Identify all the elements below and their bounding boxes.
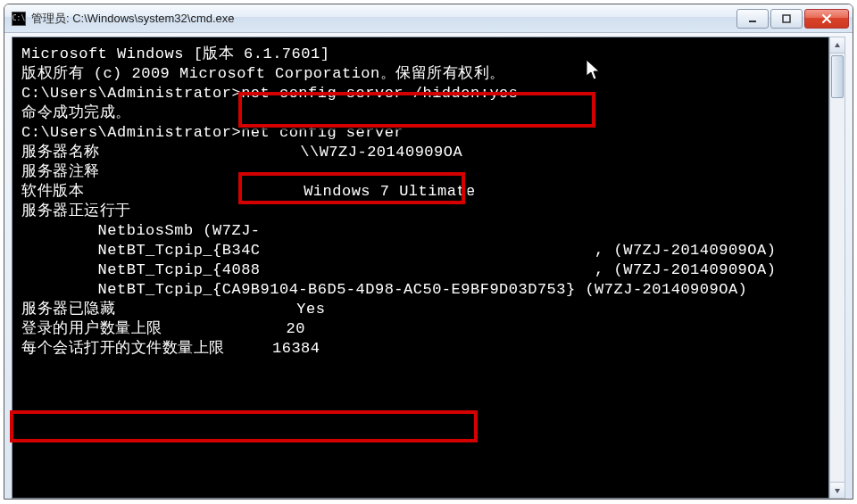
window-controls: [735, 9, 849, 29]
titlebar[interactable]: C:\ 管理员: C:\Windows\system32\cmd.exe: [4, 4, 853, 33]
console-text: 命令成功完成。: [21, 103, 820, 123]
console-text: 软件版本 Windows 7 Ultimate: [21, 182, 820, 202]
console-text: 服务器正运行于: [21, 202, 820, 221]
console-text: 版权所有 (c) 2009 Microsoft Corporation。保留所有…: [21, 64, 820, 84]
scroll-thumb[interactable]: [831, 55, 844, 98]
close-button[interactable]: [804, 9, 849, 29]
console-text: 服务器注释: [21, 162, 820, 182]
console-text: 每个会话打开的文件数量上限 16384: [21, 339, 820, 359]
console-text: NetBT_Tcpip_{CA9B9104-B6D5-4D98-AC50-E9B…: [21, 280, 820, 300]
console-text: C:\Users\Administrator>net config server: [21, 123, 820, 143]
console-text: 服务器已隐藏 Yes: [21, 300, 820, 319]
console-text: Microsoft Windows [版本 6.1.7601]: [21, 45, 820, 64]
svg-rect-1: [783, 15, 790, 22]
scroll-down-button[interactable]: [830, 482, 845, 498]
console-text: NetBT_Tcpip_{4088 , (W7ZJ-20140909OA): [21, 260, 820, 280]
console-text: NetBT_Tcpip_{B34C , (W7ZJ-20140909OA): [21, 241, 820, 260]
maximize-button[interactable]: [770, 9, 803, 29]
console-text: NetbiosSmb (W7ZJ-: [21, 221, 820, 241]
console-text: 服务器名称 \\W7ZJ-20140909OA: [21, 143, 820, 162]
window-frame: C:\ 管理员: C:\Windows\system32\cmd.exe Mic…: [4, 4, 853, 500]
console-text: C:\Users\Administrator>net config server…: [21, 84, 820, 103]
console-client-area[interactable]: Microsoft Windows [版本 6.1.7601] 版权所有 (c)…: [12, 37, 829, 499]
svg-rect-0: [749, 21, 756, 22]
scroll-track[interactable]: [830, 54, 845, 482]
scroll-up-button[interactable]: [830, 37, 845, 54]
window-title: 管理员: C:\Windows\system32\cmd.exe: [31, 11, 735, 27]
minimize-button[interactable]: [736, 9, 769, 29]
vertical-scrollbar[interactable]: [829, 37, 845, 499]
console-text: 登录的用户数量上限 20: [21, 319, 820, 339]
cmd-icon: C:\: [12, 12, 26, 26]
